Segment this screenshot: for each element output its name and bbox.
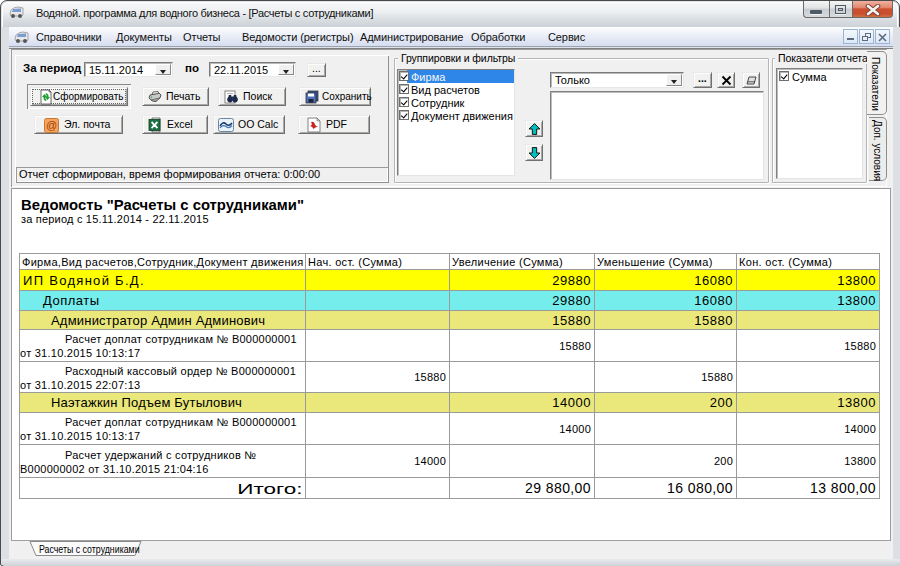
- svg-text:@: @: [46, 119, 57, 131]
